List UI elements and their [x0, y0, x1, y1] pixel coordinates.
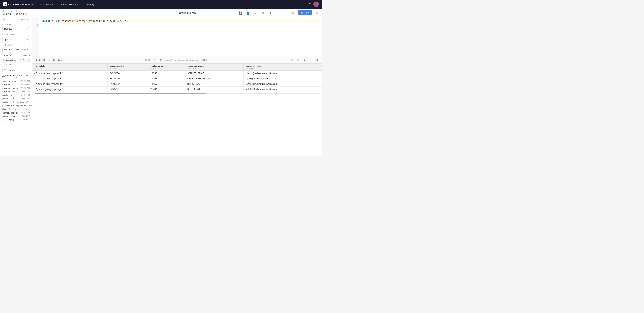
- table-header-customer_id: customer_idINTEGER: [148, 63, 185, 71]
- table-refresh-icon[interactable]: ↻: [25, 48, 26, 51]
- col-type: DOUBLE: [22, 115, 30, 117]
- col-name: product_subcategory_na...: [2, 104, 28, 107]
- scrollbar-thumb[interactable]: [35, 93, 206, 94]
- column-search-field[interactable]: 🔍 ✕: [2, 68, 30, 72]
- run-button[interactable]: ↻ Run: [298, 10, 312, 15]
- line-numbers: 1 2: [32, 17, 40, 56]
- chevron-down-icon[interactable]: ▾: [27, 28, 28, 30]
- clear-all-button[interactable]: Clear All: [22, 54, 30, 57]
- cluster-value-row: system ✏️: [16, 12, 27, 15]
- pinned-name[interactable]: icebase.sports.enriched_tabl...: [6, 59, 19, 62]
- table-header-_metadata: _metadataMAP: [32, 63, 108, 71]
- table-cell-customer_id: 11455: [148, 81, 185, 87]
- sidebar-search-icon[interactable]: 🔍: [2, 18, 6, 21]
- logo-icon: ⊞: [3, 2, 7, 6]
- list-item: product_priceDOUBLE: [0, 114, 32, 118]
- dot1: .: [74, 19, 76, 23]
- col-name: order_value: [2, 119, 14, 121]
- table-chevron-down-icon[interactable]: ▾: [27, 48, 28, 51]
- edit-cluster-icon[interactable]: ✏️: [24, 13, 27, 15]
- col-name: product_name: [2, 97, 16, 100]
- table-header-order_number: order_numberVARCHAR: [108, 63, 148, 71]
- avatar[interactable]: 👤: [313, 1, 319, 7]
- connection-section: Connection Minerva Cluster system ✏️: [0, 9, 32, 16]
- table-cell-_metadata: { "_dataos_run_mapper_id"...: [32, 76, 108, 81]
- table-dropdown[interactable]: enriched_table_test ↻ ▾: [2, 47, 30, 52]
- tag-button[interactable]: 🏷: [252, 10, 258, 16]
- chevron-up-icon-btn[interactable]: ▲: [302, 57, 307, 62]
- results-table-body: { "_dataos_run_mapper_id"...SO4508014657…: [32, 71, 322, 92]
- catalog-dropdown-icons: ↻ ▾: [24, 28, 28, 30]
- pinned-section: 1 Pinned Clear All: [0, 53, 32, 58]
- col-type: VARCHAR: [20, 90, 30, 93]
- zoom-in-button[interactable]: +: [282, 10, 288, 16]
- close-results-button[interactable]: ✕: [314, 57, 320, 62]
- more-options-icon-btn[interactable]: ⋮: [308, 57, 313, 62]
- sql-line-1[interactable]: SELECT * FROM "icebase"."sports".enriche…: [42, 19, 320, 23]
- columns-label: 13 Columns: [0, 63, 32, 66]
- list-item: order_valueDOUBLE: [0, 118, 32, 122]
- table-cell-order_number: SO45081: [108, 87, 148, 92]
- connection-cluster-row: Connection Minerva Cluster system ✏️: [2, 10, 30, 15]
- list-item: __metadataMAP(VARCHAR, VARCH...: [0, 74, 32, 79]
- search-button[interactable]: 🔍: [290, 10, 296, 16]
- schema-chevron-down-icon[interactable]: ▾: [27, 38, 28, 41]
- col-name: product_price: [2, 115, 16, 117]
- expand-icon-btn[interactable]: ⬜: [290, 57, 294, 62]
- kw-from: FROM: [54, 19, 60, 23]
- list-item: product_subcategory_na...VARCHAR: [0, 104, 32, 107]
- top-nav: ⊞ DataOS® workbench New Bench Saved Benc…: [0, 0, 322, 9]
- col-name: product_id: [2, 94, 12, 96]
- trino-row: 🔍 Trino Sql ▲: [0, 16, 32, 22]
- nav-item-saved-benches[interactable]: Saved Benches: [59, 2, 80, 7]
- col-name: product_category_name: [2, 101, 26, 103]
- table-cell-order_number: SO45079: [108, 76, 148, 81]
- code-editor[interactable]: 1 2 SELECT * FROM "icebase"."sports".enr…: [32, 17, 322, 56]
- save-button[interactable]: 💾: [238, 10, 243, 16]
- horizontal-scrollbar[interactable]: [35, 93, 320, 94]
- user-button[interactable]: 👤: [245, 10, 251, 16]
- table-row: { "_dataos_run_mapper_id"...SO4508211455…: [32, 81, 322, 87]
- bench-title-input[interactable]: [177, 10, 236, 15]
- catalog-dropdown[interactable]: icebase ↻ ▾: [2, 26, 30, 31]
- sql-line-2[interactable]: [42, 23, 320, 27]
- delete-bench-button[interactable]: 🗑: [314, 10, 320, 16]
- zoom-out-button[interactable]: −: [275, 10, 280, 16]
- pinned-list-icon[interactable]: ☰: [22, 59, 24, 62]
- pinned-arrow-icon[interactable]: →: [25, 59, 27, 62]
- cursor: [130, 20, 130, 22]
- schema-refresh-icon[interactable]: ↻: [24, 38, 26, 41]
- col-type: VARCHAR: [20, 97, 30, 100]
- column-search-input[interactable]: [8, 69, 32, 71]
- collapse-icon[interactable]: ▲: [28, 18, 30, 20]
- format-button[interactable]: ≡: [267, 10, 273, 16]
- cluster-value: system: [16, 12, 24, 15]
- schema-dropdown[interactable]: sports ↻ ▾: [2, 37, 30, 42]
- copy-button[interactable]: ⧉: [260, 10, 266, 16]
- code-content[interactable]: SELECT * FROM "icebase"."sports".enriche…: [40, 17, 322, 56]
- pinned-close-icon[interactable]: ✕: [28, 59, 30, 62]
- list-item: customer_idINTEGER: [0, 83, 32, 86]
- column-list: __metadataMAP(VARCHAR, VARCH...order_num…: [0, 73, 32, 156]
- pinned-refresh-icon[interactable]: ↻: [20, 59, 22, 62]
- col-type: VARCHAR: [28, 104, 32, 107]
- col-name: customer_id: [2, 83, 14, 86]
- results-query-text: SELECT * FROM "icebase"."sports".enriche…: [66, 59, 287, 61]
- help-icon[interactable]: ?: [309, 2, 311, 6]
- col-name: __metadata: [2, 74, 14, 79]
- table-row: { "_dataos_run_mapper_id"...SO4508126782…: [32, 87, 322, 92]
- table-header-customer_name: customer_nameVARCHAR: [185, 63, 244, 71]
- expand-out-icon-btn[interactable]: ⤢: [296, 57, 301, 62]
- run-icon: ↻: [301, 11, 303, 14]
- main-layout: Connection Minerva Cluster system ✏️ 🔍 T…: [0, 9, 322, 156]
- connection-value: Minerva: [2, 12, 12, 15]
- tables-label: 12 Table(s): [2, 44, 30, 46]
- header-row: _metadataMAPorder_numberVARCHARcustomer_…: [32, 63, 322, 71]
- kw-limit: LIMIT: [117, 19, 124, 23]
- refresh-icon[interactable]: ↻: [24, 28, 26, 30]
- nav-item-history[interactable]: History: [85, 2, 96, 7]
- schemas-label: 83 Schema(s): [2, 34, 30, 36]
- nav-item-new-bench[interactable]: New Bench: [38, 2, 54, 7]
- table-cell-_metadata: { "_dataos_run_mapper_id"...: [32, 81, 108, 87]
- results-table-container[interactable]: _metadataMAPorder_numberVARCHARcustomer_…: [32, 63, 322, 156]
